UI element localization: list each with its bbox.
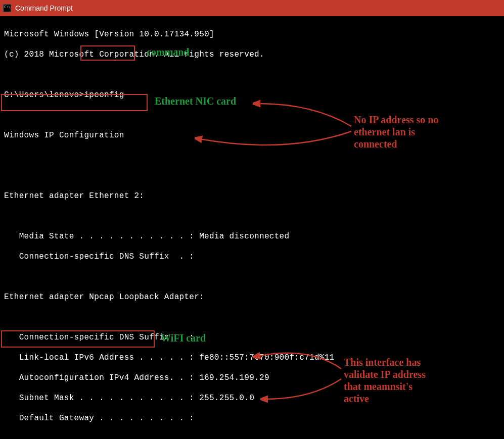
line-blank <box>4 70 500 80</box>
line-blank <box>4 211 500 221</box>
line-npcap-dns: Connection-specific DNS Suffix . : <box>4 332 500 343</box>
line-eth2-title: Ethernet adapter Ethernet 2: <box>4 191 500 201</box>
line-blank <box>4 312 500 322</box>
window-title: Command Prompt <box>15 4 73 12</box>
terminal-body[interactable]: Microsoft Windows [Version 10.0.17134.95… <box>0 16 504 439</box>
line-ipcfg-header: Windows IP Configuration <box>4 130 500 140</box>
line-eth2-media: Media State . . . . . . . . . . . : Medi… <box>4 231 500 241</box>
line-blank <box>4 433 500 439</box>
line-blank <box>4 272 500 282</box>
typed-command: ipconfig <box>84 90 124 100</box>
line-version: Microsoft Windows [Version 10.0.17134.95… <box>4 29 500 39</box>
line-npcap-mask: Subnet Mask . . . . . . . . . . . : 255.… <box>4 393 500 403</box>
line-npcap-title: Ethernet adapter Npcap Loopback Adapter: <box>4 292 500 302</box>
line-npcap-ipv6: Link-local IPv6 Address . . . . . : fe80… <box>4 353 500 363</box>
line-npcap-auto: Autoconfiguration IPv4 Address. . : 169.… <box>4 373 500 383</box>
line-eth2-dns: Connection-specific DNS Suffix . : <box>4 252 500 262</box>
cmd-icon <box>3 4 11 12</box>
line-blank <box>4 151 500 161</box>
line-prompt1: C:\Users\lenovo>ipconfig <box>4 90 500 100</box>
prompt-text: C:\Users\lenovo> <box>4 90 84 100</box>
window-titlebar: Command Prompt <box>0 0 504 16</box>
line-blank <box>4 171 500 181</box>
line-npcap-gw: Default Gateway . . . . . . . . . : <box>4 413 500 423</box>
line-blank <box>4 110 500 120</box>
line-copyright: (c) 2018 Microsoft Corporation. All righ… <box>4 50 500 60</box>
